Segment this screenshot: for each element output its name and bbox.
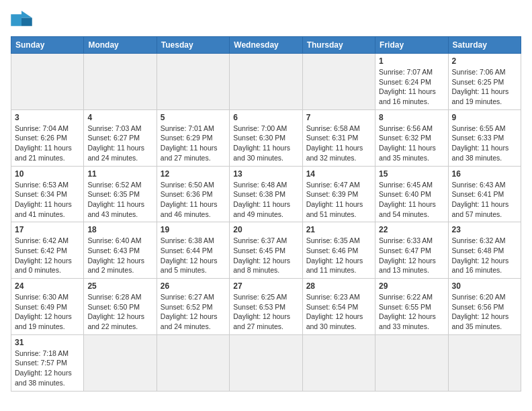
day-number: 23 (452, 225, 517, 234)
day-number: 11 (87, 169, 152, 179)
day-number: 6 (233, 113, 298, 122)
day-number: 9 (452, 113, 517, 122)
day-cell: 11Sunrise: 6:52 AMSunset: 6:35 PMDayligh… (84, 166, 157, 222)
day-cell: 15Sunrise: 6:45 AMSunset: 6:40 PMDayligh… (375, 166, 448, 222)
column-header-saturday: Saturday (448, 37, 521, 54)
day-info: Sunrise: 6:47 AMSunset: 6:39 PMDaylight:… (306, 180, 371, 220)
week-row-5: 24Sunrise: 6:30 AMSunset: 6:49 PMDayligh… (11, 279, 521, 335)
day-cell: 10Sunrise: 6:53 AMSunset: 6:34 PMDayligh… (11, 166, 84, 222)
day-info: Sunrise: 7:03 AMSunset: 6:27 PMDaylight:… (87, 124, 152, 163)
day-cell: 28Sunrise: 6:23 AMSunset: 6:54 PMDayligh… (302, 279, 375, 335)
day-number: 4 (87, 113, 152, 122)
day-info: Sunrise: 6:25 AMSunset: 6:53 PMDaylight:… (233, 292, 298, 332)
logo (11, 11, 36, 30)
calendar-header (11, 11, 521, 30)
day-cell (230, 334, 302, 391)
day-info: Sunrise: 7:01 AMSunset: 6:29 PMDaylight:… (161, 124, 226, 163)
day-number: 21 (306, 225, 371, 234)
day-info: Sunrise: 7:00 AMSunset: 6:30 PMDaylight:… (233, 124, 298, 163)
day-cell: 23Sunrise: 6:32 AMSunset: 6:48 PMDayligh… (448, 222, 521, 279)
day-info: Sunrise: 6:58 AMSunset: 6:31 PMDaylight:… (306, 124, 371, 163)
day-cell: 16Sunrise: 6:43 AMSunset: 6:41 PMDayligh… (448, 166, 521, 222)
day-cell: 4Sunrise: 7:03 AMSunset: 6:27 PMDaylight… (84, 109, 157, 166)
column-header-thursday: Thursday (302, 37, 375, 54)
day-cell: 29Sunrise: 6:22 AMSunset: 6:55 PMDayligh… (375, 279, 448, 335)
svg-rect-2 (21, 18, 32, 26)
day-info: Sunrise: 6:40 AMSunset: 6:43 PMDaylight:… (87, 236, 152, 275)
day-number: 20 (233, 225, 298, 234)
day-number: 18 (87, 225, 152, 234)
day-number: 30 (452, 281, 517, 291)
day-cell: 12Sunrise: 6:50 AMSunset: 6:36 PMDayligh… (157, 166, 229, 222)
day-cell (157, 54, 229, 110)
column-header-wednesday: Wednesday (230, 37, 302, 54)
day-cell (157, 334, 229, 391)
day-info: Sunrise: 7:04 AMSunset: 6:26 PMDaylight:… (15, 124, 80, 163)
day-number: 14 (306, 169, 371, 179)
day-info: Sunrise: 6:32 AMSunset: 6:48 PMDaylight:… (452, 236, 517, 275)
day-number: 29 (379, 281, 444, 291)
day-number: 31 (15, 338, 80, 347)
day-cell (448, 334, 521, 391)
day-info: Sunrise: 6:20 AMSunset: 6:56 PMDaylight:… (452, 292, 517, 332)
day-info: Sunrise: 7:07 AMSunset: 6:24 PMDaylight:… (379, 67, 444, 107)
day-number: 22 (379, 225, 444, 234)
day-number: 2 (452, 56, 517, 66)
day-cell (84, 334, 157, 391)
day-cell: 14Sunrise: 6:47 AMSunset: 6:39 PMDayligh… (302, 166, 375, 222)
day-info: Sunrise: 6:33 AMSunset: 6:47 PMDaylight:… (379, 236, 444, 275)
day-info: Sunrise: 6:42 AMSunset: 6:42 PMDaylight:… (15, 236, 80, 275)
day-number: 13 (233, 169, 298, 179)
column-header-friday: Friday (375, 37, 448, 54)
day-number: 7 (306, 113, 371, 122)
day-cell: 18Sunrise: 6:40 AMSunset: 6:43 PMDayligh… (84, 222, 157, 279)
day-cell: 24Sunrise: 6:30 AMSunset: 6:49 PMDayligh… (11, 279, 84, 335)
day-info: Sunrise: 6:22 AMSunset: 6:55 PMDaylight:… (379, 292, 444, 332)
day-cell: 5Sunrise: 7:01 AMSunset: 6:29 PMDaylight… (157, 109, 229, 166)
day-info: Sunrise: 6:28 AMSunset: 6:50 PMDaylight:… (87, 292, 152, 332)
day-cell: 2Sunrise: 7:06 AMSunset: 6:25 PMDaylight… (448, 54, 521, 110)
logo-icon (11, 11, 32, 30)
day-info: Sunrise: 6:30 AMSunset: 6:49 PMDaylight:… (15, 292, 80, 332)
day-number: 16 (452, 169, 517, 179)
calendar-header-row: SundayMondayTuesdayWednesdayThursdayFrid… (11, 37, 521, 54)
day-info: Sunrise: 7:18 AMSunset: 7:57 PMDaylight:… (15, 349, 80, 388)
day-info: Sunrise: 6:50 AMSunset: 6:36 PMDaylight:… (161, 180, 226, 220)
day-info: Sunrise: 6:43 AMSunset: 6:41 PMDaylight:… (452, 180, 517, 220)
day-cell: 25Sunrise: 6:28 AMSunset: 6:50 PMDayligh… (84, 279, 157, 335)
day-cell: 31Sunrise: 7:18 AMSunset: 7:57 PMDayligh… (11, 334, 84, 391)
day-cell (11, 54, 84, 110)
day-number: 8 (379, 113, 444, 122)
week-row-4: 17Sunrise: 6:42 AMSunset: 6:42 PMDayligh… (11, 222, 521, 279)
day-number: 3 (15, 113, 80, 122)
day-cell: 8Sunrise: 6:56 AMSunset: 6:32 PMDaylight… (375, 109, 448, 166)
week-row-1: 1Sunrise: 7:07 AMSunset: 6:24 PMDaylight… (11, 54, 521, 110)
day-number: 28 (306, 281, 371, 291)
day-cell: 19Sunrise: 6:38 AMSunset: 6:44 PMDayligh… (157, 222, 229, 279)
day-cell: 13Sunrise: 6:48 AMSunset: 6:38 PMDayligh… (230, 166, 302, 222)
day-number: 1 (379, 56, 444, 66)
calendar-table: SundayMondayTuesdayWednesdayThursdayFrid… (11, 36, 521, 392)
week-row-2: 3Sunrise: 7:04 AMSunset: 6:26 PMDaylight… (11, 109, 521, 166)
day-cell: 3Sunrise: 7:04 AMSunset: 6:26 PMDaylight… (11, 109, 84, 166)
day-number: 19 (161, 225, 226, 234)
day-cell: 1Sunrise: 7:07 AMSunset: 6:24 PMDaylight… (375, 54, 448, 110)
day-cell: 9Sunrise: 6:55 AMSunset: 6:33 PMDaylight… (448, 109, 521, 166)
day-cell: 21Sunrise: 6:35 AMSunset: 6:46 PMDayligh… (302, 222, 375, 279)
day-number: 15 (379, 169, 444, 179)
day-cell (375, 334, 448, 391)
day-cell (302, 334, 375, 391)
day-cell: 6Sunrise: 7:00 AMSunset: 6:30 PMDaylight… (230, 109, 302, 166)
week-row-6: 31Sunrise: 7:18 AMSunset: 7:57 PMDayligh… (11, 334, 521, 391)
day-cell: 22Sunrise: 6:33 AMSunset: 6:47 PMDayligh… (375, 222, 448, 279)
day-cell (302, 54, 375, 110)
day-cell: 30Sunrise: 6:20 AMSunset: 6:56 PMDayligh… (448, 279, 521, 335)
column-header-tuesday: Tuesday (157, 37, 229, 54)
column-header-sunday: Sunday (11, 37, 84, 54)
day-cell: 20Sunrise: 6:37 AMSunset: 6:45 PMDayligh… (230, 222, 302, 279)
day-number: 27 (233, 281, 298, 291)
day-info: Sunrise: 6:27 AMSunset: 6:52 PMDaylight:… (161, 292, 226, 332)
day-number: 17 (15, 225, 80, 234)
day-cell: 7Sunrise: 6:58 AMSunset: 6:31 PMDaylight… (302, 109, 375, 166)
svg-rect-0 (11, 14, 21, 26)
